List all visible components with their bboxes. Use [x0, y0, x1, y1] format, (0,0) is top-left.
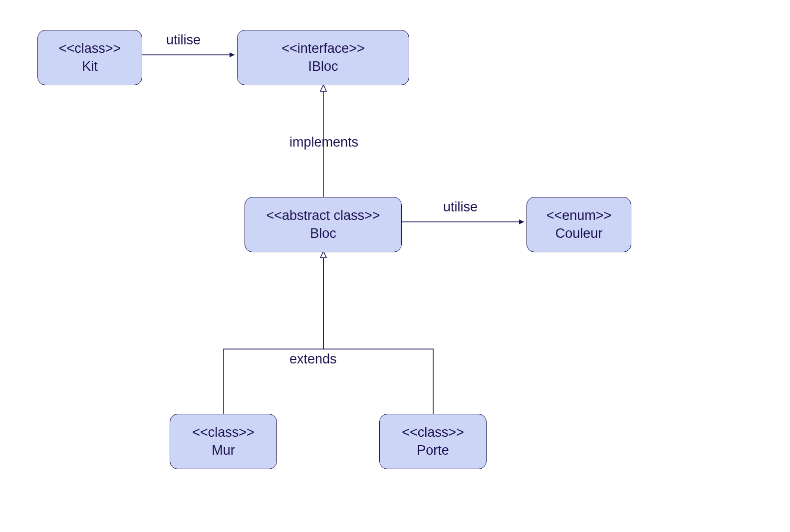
class-name: IBloc: [308, 57, 338, 75]
class-name: Porte: [417, 441, 449, 459]
stereotype-label: <<class>>: [192, 423, 255, 441]
node-kit: <<class>> Kit: [37, 30, 142, 85]
edge-subclasses-bloc: [224, 250, 433, 414]
label-utilise-bloc-couleur: utilise: [443, 199, 478, 215]
label-implements: implements: [289, 135, 358, 150]
stereotype-label: <<abstract class>>: [266, 206, 380, 224]
class-name: Bloc: [310, 224, 336, 242]
stereotype-label: <<interface>>: [281, 39, 365, 57]
class-name: Kit: [82, 57, 98, 75]
uml-diagram: <<class>> Kit <<interface>> IBloc <<abst…: [0, 0, 790, 532]
node-mur: <<class>> Mur: [170, 414, 277, 469]
node-couleur: <<enum>> Couleur: [527, 197, 631, 252]
node-ibloc: <<interface>> IBloc: [237, 30, 409, 85]
label-utilise-kit-ibloc: utilise: [166, 32, 201, 48]
stereotype-label: <<class>>: [59, 39, 121, 57]
node-bloc: <<abstract class>> Bloc: [245, 197, 402, 252]
class-name: Mur: [212, 441, 235, 459]
stereotype-label: <<enum>>: [546, 206, 612, 224]
label-extends: extends: [289, 352, 337, 367]
class-name: Couleur: [555, 224, 603, 242]
node-porte: <<class>> Porte: [379, 414, 487, 469]
stereotype-label: <<class>>: [402, 423, 464, 441]
